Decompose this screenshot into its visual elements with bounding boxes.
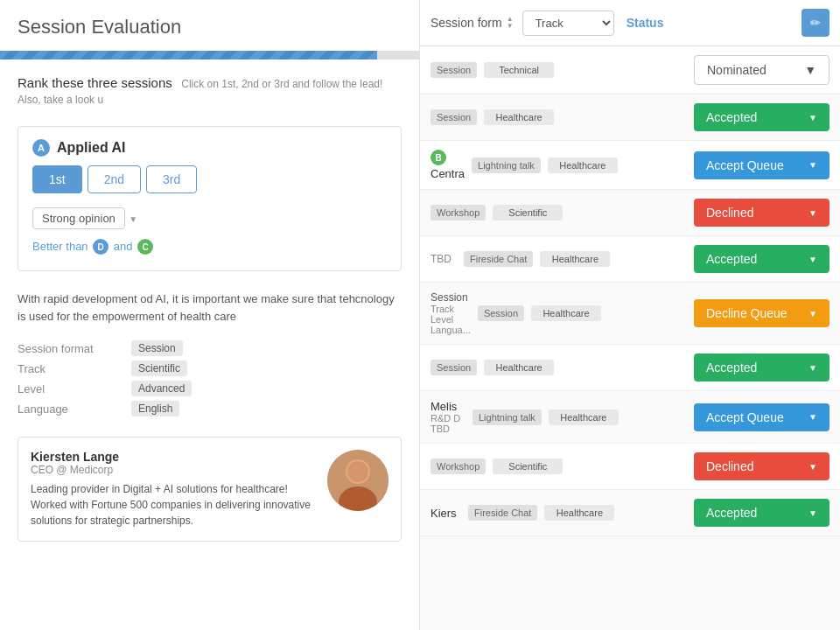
right-header: Session form ▲▼ Track Technical Healthca… — [420, 0, 840, 46]
speaker-role: CEO @ Medicorp — [31, 464, 317, 476]
speaker-info: Kiersten Lange CEO @ Medicorp Leading pr… — [31, 450, 317, 528]
meta-row-language: Language English — [18, 401, 402, 416]
rank-btn-2nd[interactable]: 2nd — [88, 165, 141, 193]
right-panel: Session form ▲▼ Track Technical Healthca… — [420, 0, 840, 630]
session-title-a: Applied AI — [57, 140, 126, 156]
meta-row-format: Session format Session — [18, 340, 402, 356]
status-header-label: Status — [623, 16, 793, 30]
row-content: Workshop Scientific Declined ▼ — [430, 199, 830, 227]
status-dropdown-nominated[interactable]: Nominated ▼ — [694, 55, 830, 85]
track-tag: Healthcare — [549, 410, 619, 425]
chevron-down-icon: ▼ — [808, 208, 817, 218]
row-name: Melis — [430, 400, 466, 413]
table-row: Melis R&D D TBD Lightning talk Healthcar… — [420, 391, 840, 444]
session-type-tag: Fireside Chat — [464, 251, 533, 267]
track-tag: Healthcare — [540, 251, 610, 267]
status-dropdown-accepted[interactable]: Accepted ▼ — [694, 354, 830, 382]
status-dropdown-declined[interactable]: Declined ▼ — [694, 452, 830, 480]
row-content: Kiers Fireside Chat Healthcare Accepted … — [430, 499, 830, 527]
rank-section: Rank these three sessions Click on 1st, … — [0, 60, 419, 116]
status-dropdown-decline-queue[interactable]: Decline Queue ▼ — [694, 299, 830, 327]
sessions-list: Session Technical Nominated ▼ Session He… — [420, 46, 840, 630]
sort-arrows-session[interactable]: ▲▼ — [507, 16, 514, 30]
row-name: Kiers — [430, 507, 457, 520]
session-meta: Session format Session Track Scientific … — [0, 333, 419, 428]
main-container: Session Evaluation Rank these three sess… — [0, 0, 840, 630]
session-type-tag: Session — [430, 109, 477, 125]
session-name: Centra — [430, 167, 465, 180]
session-label-a: A Applied AI — [32, 139, 387, 157]
speaker-bio: Leading provider in Digital + AI solutio… — [31, 481, 317, 528]
left-header: Session Evaluation — [0, 0, 419, 51]
table-row: TBD Fireside Chat Healthcare Accepted ▼ — [420, 236, 840, 283]
row-sub2: Level — [430, 314, 471, 325]
rank-buttons: 1st 2nd 3rd — [32, 165, 387, 193]
status-dropdown-declined[interactable]: Declined ▼ — [694, 199, 830, 227]
chevron-down-icon: ▼ — [808, 160, 817, 170]
track-tag: Healthcare — [531, 305, 601, 321]
speaker-card: Kiersten Lange CEO @ Medicorp Leading pr… — [18, 437, 402, 542]
session-info: B Centra — [430, 150, 465, 180]
left-panel: Session Evaluation Rank these three sess… — [0, 0, 420, 630]
edit-button[interactable]: ✏ — [802, 9, 830, 37]
row-sub: R&D D — [430, 413, 466, 424]
track-tag: Healthcare — [544, 505, 614, 521]
status-dropdown-accepted[interactable]: Accepted ▼ — [694, 499, 830, 527]
speaker-name: Kiersten Lange — [31, 450, 317, 464]
row-content: Session Track Level Langua... Session He… — [430, 291, 830, 335]
session-form-header: Session form ▲▼ — [430, 16, 514, 30]
row-content: Melis R&D D TBD Lightning talk Healthcar… — [430, 400, 830, 434]
badge-c: C — [137, 239, 153, 255]
rank-btn-1st[interactable]: 1st — [32, 165, 82, 193]
session-type-tag: Workshop — [430, 205, 486, 220]
better-than: Better than D and C — [32, 239, 387, 255]
progress-bar — [0, 51, 377, 60]
row-sub: Track — [430, 304, 471, 314]
chevron-down-icon: ▼ — [808, 412, 817, 422]
track-tag: Scientific — [493, 458, 563, 474]
chevron-down-icon: ▼ — [808, 363, 817, 373]
table-row: Session Track Level Langua... Session He… — [420, 283, 840, 345]
status-dropdown-accept-queue[interactable]: Accept Queue ▼ — [694, 151, 830, 179]
session-badge-b: B — [430, 150, 446, 165]
chevron-down-icon: ▼ — [808, 508, 817, 518]
track-tag: Healthcare — [484, 109, 554, 125]
session-type-tag: Session — [430, 62, 477, 78]
page-title: Session Evaluation — [18, 16, 402, 38]
session-badge-a: A — [32, 139, 50, 157]
track-tag: Technical — [484, 62, 554, 78]
table-row: Workshop Scientific Declined ▼ — [420, 444, 840, 490]
chevron-down-icon: ▼ — [808, 309, 817, 318]
status-dropdown-accept-queue[interactable]: Accept Queue ▼ — [694, 403, 830, 431]
rank-btn-3rd[interactable]: 3rd — [146, 165, 197, 193]
track-select[interactable]: Track Technical Healthcare Scientific — [522, 10, 614, 36]
table-row: Kiers Fireside Chat Healthcare Accepted … — [420, 490, 840, 536]
chevron-down-icon: ▼ — [808, 462, 817, 472]
row-sub3: Langua... — [430, 325, 471, 335]
session-type-tag: Fireside Chat — [468, 505, 537, 521]
track-tag: Healthcare — [548, 158, 618, 173]
row-content: B Centra Lightning talk Healthcare Accep… — [430, 150, 830, 180]
status-dropdown-accepted[interactable]: Accepted ▼ — [694, 245, 830, 273]
row-content: TBD Fireside Chat Healthcare Accepted ▼ — [430, 245, 830, 273]
meta-row-track: Track Scientific — [18, 360, 402, 376]
rank-title: Rank these three sessions — [18, 75, 172, 90]
session-form-label: Session form — [430, 16, 502, 30]
row-name: Session — [430, 291, 471, 304]
chevron-down-icon: ▼ — [808, 255, 817, 264]
row-sub: TBD — [430, 253, 457, 265]
table-row: B Centra Lightning talk Healthcare Accep… — [420, 141, 840, 190]
svg-point-3 — [347, 461, 368, 482]
session-type-tag: Session — [430, 360, 477, 375]
session-description: With rapid development od AI, it is impo… — [0, 282, 419, 333]
table-row: Session Technical Nominated ▼ — [420, 46, 840, 94]
opinion-dropdown[interactable]: Strong opinion — [32, 207, 125, 229]
table-row: Session Healthcare Accepted ▼ — [420, 345, 840, 391]
status-dropdown-accepted[interactable]: Accepted ▼ — [694, 103, 830, 131]
table-row: Session Healthcare Accepted ▼ — [420, 94, 840, 141]
badge-d: D — [93, 239, 108, 255]
row-sub2: TBD — [430, 424, 466, 434]
avatar-svg — [327, 450, 388, 511]
table-row: Workshop Scientific Declined ▼ — [420, 190, 840, 236]
row-content: Workshop Scientific Declined ▼ — [430, 452, 830, 480]
